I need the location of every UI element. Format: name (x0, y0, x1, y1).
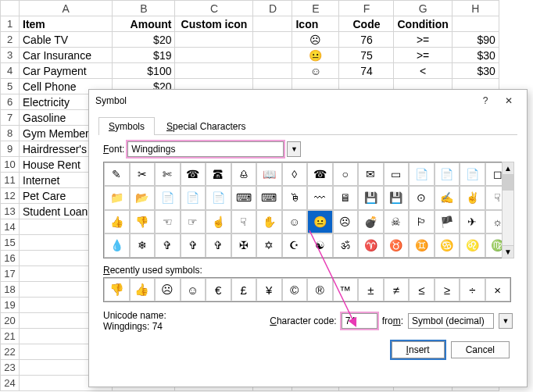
help-button[interactable]: ? (474, 95, 497, 106)
row-header[interactable]: 24 (1, 376, 20, 391)
symbol-cell[interactable]: ✞ (155, 233, 181, 258)
symbol-cell[interactable]: 🖥 (333, 186, 359, 209)
from-select[interactable]: Symbol (decimal) (408, 313, 494, 329)
symbol-cell[interactable]: ✈ (460, 210, 485, 233)
symbol-cell[interactable]: ॐ (333, 233, 359, 258)
col-header[interactable]: B (113, 1, 175, 16)
recent-symbol[interactable]: ≤ (409, 278, 435, 301)
row-header[interactable]: 9 (1, 141, 20, 157)
symbol-cell[interactable]: ☠ (384, 210, 410, 233)
symbol-cell[interactable]: 〰 (307, 186, 333, 209)
cell[interactable]: ☺ (292, 63, 339, 79)
symbol-cell[interactable]: ♋ (435, 233, 460, 258)
cell[interactable]: Condition (394, 16, 452, 32)
cell[interactable] (175, 48, 253, 63)
cell[interactable]: 😐 (292, 48, 339, 63)
scroll-down[interactable]: ▼ (503, 245, 513, 258)
tab-symbols[interactable]: Symbols (98, 117, 155, 135)
cell[interactable]: Custom icon (175, 16, 253, 32)
cell[interactable]: Car Insurance (20, 48, 113, 63)
col-header[interactable]: F (339, 1, 394, 16)
symbol-cell[interactable]: 🏴 (435, 210, 460, 233)
col-header[interactable]: A (20, 1, 113, 16)
symbol-cell[interactable]: ✡ (256, 233, 282, 258)
row-header[interactable]: 2 (1, 32, 20, 48)
symbol-cell[interactable]: ⊙ (409, 186, 435, 209)
cell[interactable]: Icon (292, 16, 339, 32)
cell[interactable] (452, 16, 499, 32)
row-header[interactable]: 16 (1, 251, 20, 266)
recent-symbol[interactable]: ≥ (435, 278, 460, 301)
symbol-cell[interactable]: ☟ (231, 210, 257, 233)
symbol-cell[interactable]: 👍 (104, 210, 130, 233)
recent-symbol[interactable]: 👎 (104, 278, 130, 301)
recent-symbol[interactable]: ± (358, 278, 384, 301)
symbol-cell[interactable]: ✋ (256, 210, 282, 233)
cell[interactable]: Code (339, 16, 394, 32)
symbol-cell[interactable]: 💾 (384, 186, 410, 209)
cell[interactable]: $30 (452, 63, 499, 79)
symbol-cell[interactable]: ❄ (130, 233, 156, 258)
symbol-cell[interactable]: ✉ (358, 162, 384, 186)
row-header[interactable]: 1 (1, 16, 20, 32)
recent-symbol[interactable]: ™ (333, 278, 359, 301)
symbol-cell[interactable]: ✌ (460, 186, 485, 209)
row-header[interactable]: 15 (1, 235, 20, 251)
symbol-cell[interactable]: ☺ (282, 210, 308, 233)
recent-symbol[interactable]: € (206, 278, 231, 301)
symbol-cell[interactable]: 💾 (358, 186, 384, 209)
row-header[interactable]: 13 (1, 204, 20, 219)
cell[interactable]: $90 (452, 32, 499, 48)
col-header[interactable]: H (452, 1, 499, 16)
symbol-cell[interactable]: ☜ (155, 210, 181, 233)
insert-button[interactable]: Insert (392, 341, 445, 358)
cell[interactable]: Item (20, 16, 113, 32)
recent-symbol[interactable]: ≠ (384, 278, 410, 301)
symbol-cell[interactable]: ♌ (460, 233, 485, 258)
symbol-cell[interactable]: 📄 (206, 186, 231, 209)
symbol-cell[interactable]: ✎ (104, 162, 130, 186)
row-header[interactable]: 7 (1, 110, 20, 126)
recent-symbol[interactable]: ☹ (155, 278, 181, 301)
row-header[interactable]: 19 (1, 298, 20, 313)
symbol-cell[interactable]: 💧 (104, 233, 130, 258)
close-button[interactable]: ✕ (497, 95, 520, 106)
cell[interactable] (253, 48, 292, 63)
col-header[interactable] (1, 1, 20, 16)
from-dropdown[interactable]: ▼ (499, 313, 513, 329)
symbol-cell[interactable]: 📄 (409, 162, 435, 186)
cancel-button[interactable]: Cancel (451, 341, 510, 358)
row-header[interactable]: 22 (1, 344, 20, 360)
cell[interactable]: $100 (113, 63, 175, 79)
symbol-cell[interactable]: ☎ (307, 162, 333, 186)
row-header[interactable]: 17 (1, 266, 20, 282)
symbol-cell[interactable]: ♉ (384, 233, 410, 258)
symbol-cell[interactable]: 🕭 (231, 162, 257, 186)
cell[interactable] (253, 63, 292, 79)
scroll-up[interactable]: ▲ (503, 162, 513, 175)
recent-symbol[interactable]: ÷ (460, 278, 485, 301)
symbol-cell[interactable]: 📂 (130, 186, 156, 209)
cell[interactable]: Cable TV (20, 32, 113, 48)
symbol-cell[interactable]: ✠ (231, 233, 257, 258)
symbol-cell[interactable]: 🏳 (409, 210, 435, 233)
row-header[interactable]: 6 (1, 94, 20, 110)
cell[interactable]: >= (394, 32, 452, 48)
symbol-cell[interactable]: 📄 (435, 162, 460, 186)
row-header[interactable]: 10 (1, 157, 20, 173)
recent-symbol[interactable]: ¥ (256, 278, 282, 301)
symbol-cell[interactable]: 📄 (155, 186, 181, 209)
symbol-cell[interactable]: ◊ (282, 162, 308, 186)
symbol-cell[interactable]: ⌨ (256, 186, 282, 209)
cell[interactable]: < (394, 63, 452, 79)
row-header[interactable]: 5 (1, 79, 20, 94)
recent-symbol[interactable]: ☺ (181, 278, 206, 301)
symbol-cell[interactable]: ▭ (384, 162, 410, 186)
row-header[interactable]: 14 (1, 219, 20, 235)
symbol-cell[interactable]: ✍ (435, 186, 460, 209)
symbol-cell[interactable]: 📖 (256, 162, 282, 186)
row-header[interactable]: 4 (1, 63, 20, 79)
cell[interactable]: 76 (339, 32, 394, 48)
cell[interactable]: ☹ (292, 32, 339, 48)
row-header[interactable]: 12 (1, 188, 20, 204)
